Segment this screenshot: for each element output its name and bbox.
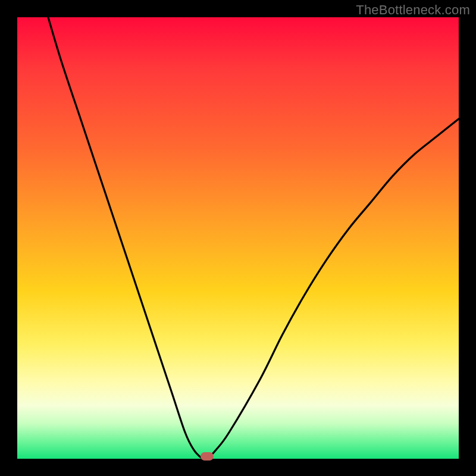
chart-frame: TheBottleneck.com [0, 0, 476, 476]
watermark-text: TheBottleneck.com [356, 2, 470, 18]
optimal-point-marker [201, 452, 214, 461]
plot-area [17, 17, 459, 459]
bottleneck-curve [17, 17, 459, 459]
curve-path [48, 17, 459, 460]
